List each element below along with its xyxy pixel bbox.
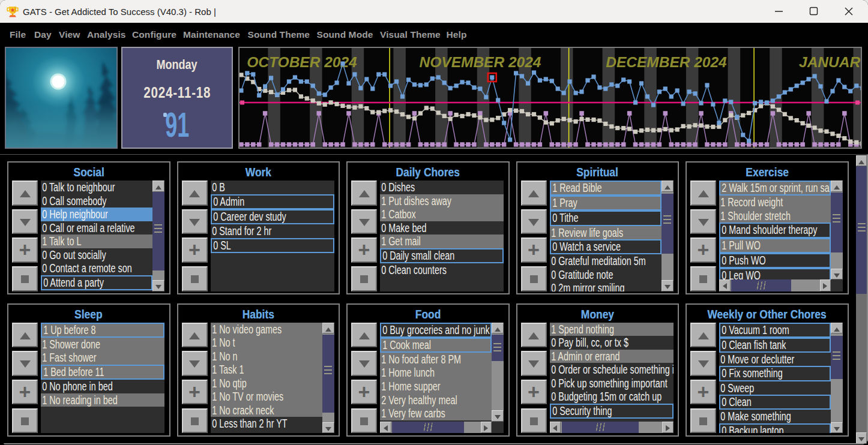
svg-text:JANUARY 2025: JANUARY 2025 bbox=[799, 54, 861, 70]
svg-text:DECEMBER 2024: DECEMBER 2024 bbox=[606, 54, 727, 70]
svg-text:NOVEMBER 2024: NOVEMBER 2024 bbox=[420, 54, 541, 70]
